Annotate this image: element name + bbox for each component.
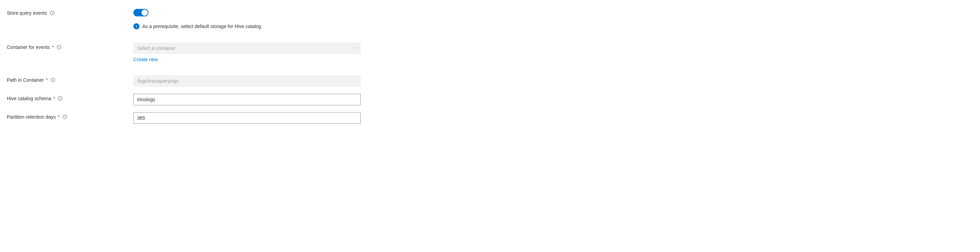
store-query-events-label-group: Store query events [7, 8, 134, 16]
partition-retention-days-label-group: Partition retention days * [7, 112, 134, 120]
svg-point-1 [52, 12, 52, 12]
prerequisite-text: As a prerequisite, select default storag… [142, 24, 262, 29]
svg-point-7 [52, 79, 53, 79]
info-icon[interactable] [51, 78, 56, 82]
svg-point-10 [60, 97, 60, 98]
info-icon[interactable] [58, 96, 62, 101]
required-mark: * [58, 114, 59, 120]
info-icon[interactable] [62, 115, 67, 119]
chevron-down-icon [353, 45, 357, 51]
select-placeholder: Select a container [137, 45, 175, 51]
path-in-container-label-group: Path in Container * [7, 75, 134, 83]
path-in-container-label: Path in Container [7, 77, 44, 83]
partition-retention-days-input[interactable] [134, 112, 361, 124]
path-in-container-input[interactable] [134, 75, 361, 87]
toggle-knob [142, 10, 148, 16]
info-icon[interactable] [57, 45, 62, 49]
create-new-link[interactable]: Create new [134, 57, 361, 62]
required-mark: * [46, 77, 48, 83]
hive-catalog-schema-label: Hive catalog schema [7, 96, 51, 101]
required-mark: * [52, 45, 54, 50]
container-for-events-label: Container for events [7, 45, 50, 50]
store-query-events-label: Store query events [7, 10, 47, 16]
partition-retention-days-label: Partition retention days [7, 114, 56, 120]
hive-catalog-schema-input[interactable] [134, 94, 361, 105]
required-mark: * [53, 96, 55, 101]
prerequisite-message: i As a prerequisite, select default stor… [134, 23, 361, 29]
container-for-events-select[interactable]: Select a container [134, 42, 361, 54]
info-icon[interactable] [50, 11, 55, 15]
info-badge-icon: i [134, 23, 140, 29]
store-query-events-toggle[interactable] [134, 9, 148, 16]
hive-catalog-schema-label-group: Hive catalog schema * [7, 94, 134, 101]
container-for-events-label-group: Container for events * [7, 42, 134, 50]
